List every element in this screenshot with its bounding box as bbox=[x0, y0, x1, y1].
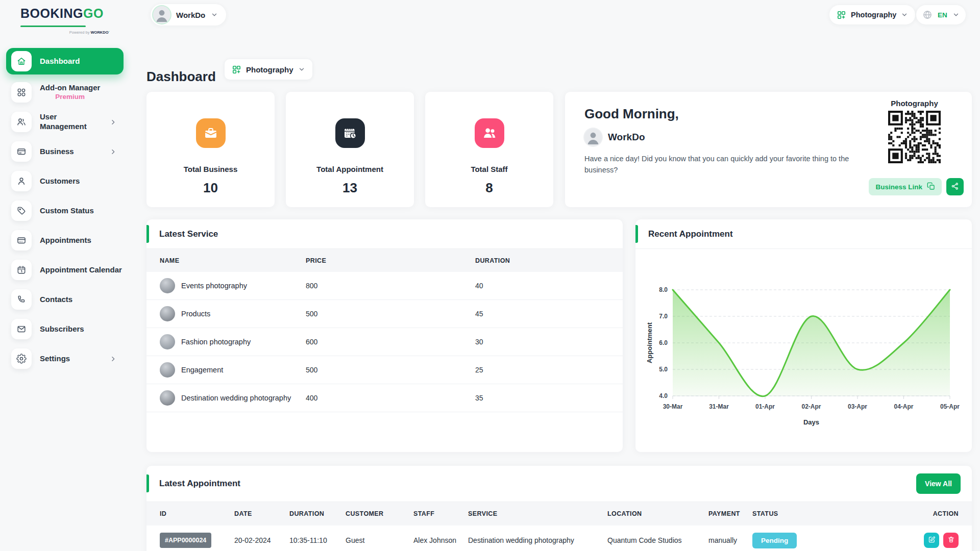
sidebar-item-settings[interactable]: Settings bbox=[6, 344, 124, 373]
sidebar-item-label: Dashboard bbox=[40, 57, 80, 66]
section-accent-bar bbox=[146, 474, 149, 492]
appointment-table-body: #APP000002420-02-202410:35-11:10GuestAle… bbox=[146, 525, 972, 551]
sidebar-item-business[interactable]: Business bbox=[6, 137, 124, 166]
column-header: ACTION bbox=[899, 510, 959, 517]
svg-text:8.0: 8.0 bbox=[659, 286, 668, 293]
greeting-message: Have a nice day! Did you know that you c… bbox=[584, 153, 870, 176]
calendar-clock-icon bbox=[335, 118, 365, 148]
chevron-down-icon bbox=[211, 11, 218, 18]
appointment-duration: 10:35-11:10 bbox=[289, 536, 346, 544]
sidebar-item-label: Business bbox=[40, 147, 74, 157]
sidebar-item-user-management[interactable]: User Management bbox=[6, 107, 124, 137]
greeting-user-name: WorkDo bbox=[608, 132, 645, 143]
svg-text:6.0: 6.0 bbox=[659, 339, 668, 346]
svg-text:5.0: 5.0 bbox=[659, 366, 668, 373]
logo-underline bbox=[20, 26, 86, 27]
sidebar-item-dashboard[interactable]: Dashboard bbox=[6, 48, 124, 74]
language-dropdown[interactable]: EN bbox=[916, 5, 966, 24]
grid-plus-icon bbox=[837, 10, 846, 20]
appointment-id-badge[interactable]: #APP0000024 bbox=[160, 533, 211, 548]
column-header: ID bbox=[160, 510, 234, 517]
greeting-card: Good Morning, WorkDo Have a nice day! Di… bbox=[565, 92, 972, 207]
credit-card-icon bbox=[11, 141, 32, 162]
edit-icon bbox=[928, 536, 936, 545]
app-logo: BOOKINGGO Powered by WORKDO` bbox=[20, 7, 110, 35]
greeting-title: Good Morning, bbox=[584, 106, 679, 122]
service-thumbnail bbox=[160, 390, 175, 406]
service-row[interactable]: Engagement50025 bbox=[146, 356, 623, 384]
sidebar-item-appointments[interactable]: Appointments bbox=[6, 226, 124, 255]
svg-text:30-Mar: 30-Mar bbox=[663, 403, 683, 410]
avatar bbox=[584, 129, 602, 146]
appointment-chart: 8.07.06.05.04.030-Mar31-Mar01-Apr02-Apr0… bbox=[645, 268, 961, 439]
column-header: PAYMENT bbox=[708, 510, 752, 517]
service-row[interactable]: Fashion photography60030 bbox=[146, 328, 623, 356]
column-header: DURATION bbox=[475, 257, 609, 264]
business-qr-code bbox=[888, 111, 941, 163]
service-row[interactable]: Events photography80040 bbox=[146, 272, 623, 300]
service-duration: 30 bbox=[475, 338, 609, 346]
business-link-copy-button[interactable]: Business Link bbox=[869, 178, 942, 195]
sidebar-item-label: Appointment Calendar bbox=[40, 265, 122, 275]
sidebar-item-customers[interactable]: Customers bbox=[6, 166, 124, 196]
column-header: DURATION bbox=[289, 510, 346, 517]
sidebar-item-label: Contacts bbox=[40, 295, 72, 305]
service-name: Engagement bbox=[181, 366, 223, 374]
delete-button[interactable] bbox=[943, 533, 959, 548]
globe-icon bbox=[922, 10, 933, 20]
sidebar-item-label: Subscribers bbox=[40, 324, 84, 334]
sidebar-item-appointment-calendar[interactable]: Appointment Calendar bbox=[6, 255, 124, 285]
service-duration: 25 bbox=[475, 366, 609, 374]
sidebar-item-label: User Management bbox=[40, 112, 102, 132]
sidebar-item-contacts[interactable]: Contacts bbox=[6, 285, 124, 314]
sidebar-item-subscribers[interactable]: Subscribers bbox=[6, 314, 124, 344]
service-price: 600 bbox=[306, 338, 475, 346]
svg-text:02-Apr: 02-Apr bbox=[801, 403, 821, 410]
appointment-service: Destination wedding photography bbox=[468, 536, 607, 544]
svg-text:04-Apr: 04-Apr bbox=[894, 403, 913, 410]
svg-text:05-Apr: 05-Apr bbox=[940, 403, 960, 410]
appointment-customer: Guest bbox=[346, 536, 413, 544]
latest-service-title: Latest Service bbox=[159, 229, 218, 239]
stat-value: 8 bbox=[485, 180, 493, 196]
users-icon bbox=[11, 112, 32, 132]
service-price: 800 bbox=[306, 282, 475, 290]
page-business-filter-label: Photography bbox=[246, 65, 293, 74]
svg-text:31-Mar: 31-Mar bbox=[709, 403, 729, 410]
service-row[interactable]: Products50045 bbox=[146, 300, 623, 328]
share-button[interactable] bbox=[946, 178, 964, 195]
workspace-dropdown[interactable]: WorkDo bbox=[151, 4, 226, 26]
stat-value: 13 bbox=[342, 180, 357, 196]
page-business-filter-dropdown[interactable]: Photography bbox=[225, 59, 312, 80]
service-thumbnail bbox=[160, 362, 175, 378]
stat-value: 10 bbox=[203, 180, 218, 196]
user-icon bbox=[11, 171, 32, 191]
svg-text:01-Apr: 01-Apr bbox=[755, 403, 775, 410]
service-table-header: NAMEPRICEDURATION bbox=[146, 249, 623, 272]
gear-icon bbox=[11, 348, 32, 369]
latest-appointment-title: Latest Appointment bbox=[159, 479, 240, 489]
trash-icon bbox=[947, 536, 955, 545]
svg-text:Days: Days bbox=[803, 418, 819, 426]
column-header: STAFF bbox=[413, 510, 468, 517]
svg-text:7.0: 7.0 bbox=[659, 313, 668, 320]
sidebar-item-label: Customers bbox=[40, 177, 80, 186]
edit-button[interactable] bbox=[924, 533, 939, 548]
business-selector-dropdown[interactable]: Photography bbox=[829, 5, 915, 24]
column-header: DATE bbox=[234, 510, 289, 517]
app-root: BOOKINGGO Powered by WORKDO` WorkDo Phot… bbox=[0, 0, 980, 551]
sidebar-item-add-on-manager[interactable]: Add-on ManagerPremium bbox=[6, 78, 124, 107]
stat-card-total-appointment: Total Appointment13 bbox=[286, 92, 414, 207]
view-all-button[interactable]: View All bbox=[916, 473, 961, 494]
stat-card-total-staff: Total Staff8 bbox=[425, 92, 553, 207]
service-row[interactable]: Destination wedding photography40035 bbox=[146, 384, 623, 412]
service-duration: 40 bbox=[475, 282, 609, 290]
business-link-label: Business Link bbox=[875, 183, 922, 191]
share-icon bbox=[951, 182, 959, 192]
service-thumbnail bbox=[160, 306, 175, 321]
sidebar-item-custom-status[interactable]: Custom Status bbox=[6, 196, 124, 226]
mail-icon bbox=[11, 319, 32, 339]
recent-appointment-title: Recent Appointment bbox=[648, 229, 733, 239]
grid-icon bbox=[11, 82, 32, 103]
phone-icon bbox=[11, 289, 32, 310]
